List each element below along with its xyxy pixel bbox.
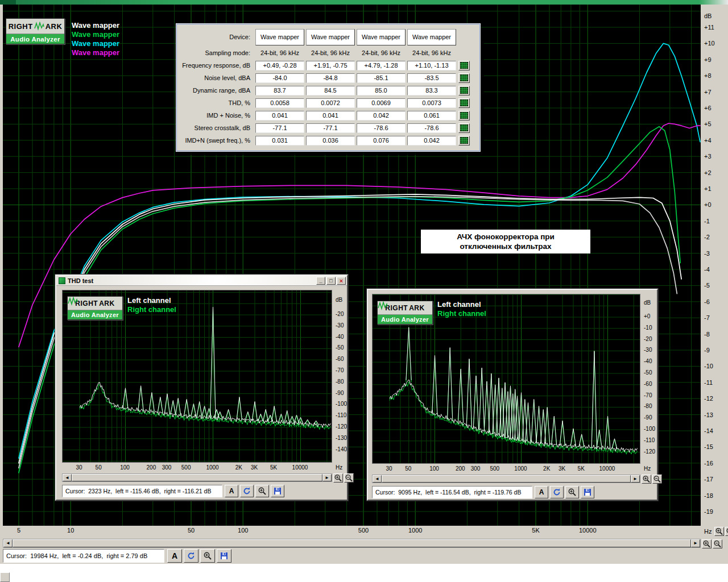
show-graph-button[interactable] xyxy=(458,61,470,70)
scroll-right-button[interactable]: ► xyxy=(691,539,700,547)
noise-spectrum-plot[interactable]: RIGHTARKAudio Analyzer Left channel Righ… xyxy=(372,294,640,464)
thd-toolbar: A xyxy=(225,485,284,497)
show-graph-button[interactable] xyxy=(458,123,470,133)
zoom-in-button[interactable] xyxy=(702,539,712,548)
y-tick-label: -40 xyxy=(336,334,344,340)
thd-y-axis: dB-20-30-40-50-60-70-80-90-100-110-120-1… xyxy=(334,290,349,467)
thd-spectrum-plot[interactable]: RIGHTARKAudio Analyzer Left channel Righ… xyxy=(62,290,332,463)
value-cell: +1.10, -1.13 xyxy=(407,61,456,70)
value-cell: 0.061 xyxy=(407,111,456,120)
zoom-out-button[interactable] xyxy=(725,527,728,536)
minimize-button[interactable]: _ xyxy=(316,277,325,285)
rmaa-application-window: RIGHTARKAudio Analyzer Wave mapperWave m… xyxy=(0,0,728,582)
refresh-button[interactable] xyxy=(550,486,564,498)
row-label: Sampling mode: xyxy=(180,49,254,56)
y-tick-label: -17 xyxy=(704,476,713,483)
device-label: Device: xyxy=(180,34,254,40)
device-cell[interactable]: Wave mapper xyxy=(306,29,355,45)
logo-subtitle: Audio Analyzer xyxy=(378,315,432,324)
channel-legend: Left channel Right channel xyxy=(437,300,486,318)
scroll-right-button[interactable]: ► xyxy=(322,474,332,481)
y-tick-label: -10 xyxy=(644,325,652,331)
metric-row: Dynamic range, dBA83.784.585.083.3 xyxy=(180,84,477,97)
zoom-out-button[interactable] xyxy=(344,473,354,483)
mini-graph-icon xyxy=(460,62,468,69)
noise-toolbar: A xyxy=(535,486,594,498)
y-tick-label: -60 xyxy=(336,356,344,362)
zoom-in-icon xyxy=(334,473,342,483)
x-tick-label: 10000 xyxy=(579,527,597,534)
x-tick-label: 2K xyxy=(235,464,242,471)
zoom-out-button[interactable] xyxy=(713,539,722,548)
y-tick-label: -18 xyxy=(704,492,713,499)
x-tick-label: 300 xyxy=(162,464,172,471)
main-cursor-bar: Cursor: 19984 Hz, left = -0.24 dB, right… xyxy=(3,549,231,564)
y-tick-label: -80 xyxy=(336,379,344,385)
zoom-in-button[interactable] xyxy=(642,475,651,484)
x-tick-label: 30 xyxy=(76,464,82,471)
scroll-left-button[interactable]: ◄ xyxy=(63,474,72,481)
value-cell: 84.5 xyxy=(306,86,355,95)
zoom-in-button[interactable] xyxy=(333,473,343,483)
analyze-button[interactable]: A xyxy=(167,549,182,563)
scroll-thumb[interactable] xyxy=(382,475,631,483)
value-cell: 0.031 xyxy=(255,136,304,146)
scroll-right-button[interactable]: ► xyxy=(631,475,640,483)
magnify-button[interactable] xyxy=(565,486,579,498)
show-graph-button[interactable] xyxy=(458,86,470,95)
value-cell: 0.042 xyxy=(407,136,456,146)
y-tick-label: -12 xyxy=(704,395,713,402)
scroll-thumb[interactable] xyxy=(72,474,322,481)
thd-scrollbar[interactable]: ◄► xyxy=(62,473,332,482)
y-tick-label: -20 xyxy=(644,336,652,342)
value-cell: -77.1 xyxy=(306,123,355,133)
y-tick-label: +8 xyxy=(704,72,712,79)
save-button[interactable] xyxy=(581,486,594,498)
device-cell[interactable]: Wave mapper xyxy=(357,29,406,45)
save-button[interactable] xyxy=(217,549,231,563)
show-graph-button[interactable] xyxy=(458,136,470,146)
logo-text-right: RIGHT xyxy=(9,22,33,31)
device-cell[interactable]: Wave mapper xyxy=(255,29,304,45)
save-button[interactable] xyxy=(271,485,284,497)
zoom-out-button[interactable] xyxy=(652,475,662,484)
show-graph-button[interactable] xyxy=(458,111,470,120)
thd-zoom-buttons xyxy=(333,473,354,483)
analyze-button[interactable]: A xyxy=(225,485,238,497)
value-cell: 0.041 xyxy=(306,111,355,120)
mini-graph-icon xyxy=(460,112,468,119)
zoom-in-button[interactable] xyxy=(714,527,724,536)
scroll-thumb[interactable] xyxy=(13,539,691,547)
analyze-button[interactable]: A xyxy=(535,486,548,498)
logo-top: RIGHTARK xyxy=(68,297,122,310)
close-button[interactable]: × xyxy=(337,277,346,285)
value-cell: 85.0 xyxy=(357,86,406,95)
refresh-button[interactable] xyxy=(240,485,254,497)
show-graph-button[interactable] xyxy=(458,73,470,83)
thd-test-window: THD test _ □ × RIGHTARKAudio Analyzer Le… xyxy=(55,275,348,501)
magnify-button[interactable] xyxy=(255,485,269,497)
row-label: Frequency response, dB xyxy=(180,62,254,69)
y-tick-label: -120 xyxy=(336,423,347,430)
magnifier-icon xyxy=(203,551,212,560)
device-cell[interactable]: Wave mapper xyxy=(407,29,456,45)
refresh-button[interactable] xyxy=(184,549,198,563)
show-graph-button[interactable] xyxy=(458,98,470,108)
noise-scrollbar[interactable]: ◄► xyxy=(372,475,640,483)
annotation-box: АЧХ фонокорректора при отключенных фильт… xyxy=(421,230,590,253)
scroll-left-button[interactable]: ◄ xyxy=(3,539,13,547)
mini-graph-icon xyxy=(460,124,468,131)
main-scrollbar[interactable]: ◄► xyxy=(3,539,701,548)
magnify-button[interactable] xyxy=(200,549,215,563)
y-tick-label: -1 xyxy=(704,218,710,225)
scroll-left-button[interactable]: ◄ xyxy=(373,475,382,483)
noise-spectrum-window: RIGHTARKAudio Analyzer Left channel Righ… xyxy=(367,289,658,501)
value-cell: 0.0073 xyxy=(407,98,456,108)
maximize-button[interactable]: □ xyxy=(326,277,336,285)
value-cell: 83.3 xyxy=(407,86,456,95)
metric-row: IMD+N (swept freq.), %0.0310.0360.0760.0… xyxy=(180,134,477,147)
value-cell: 0.0072 xyxy=(306,98,355,108)
y-axis-unit: dB xyxy=(644,300,651,306)
thd-window-titlebar[interactable]: THD test _ □ × xyxy=(56,276,347,286)
window-icon xyxy=(59,277,65,284)
